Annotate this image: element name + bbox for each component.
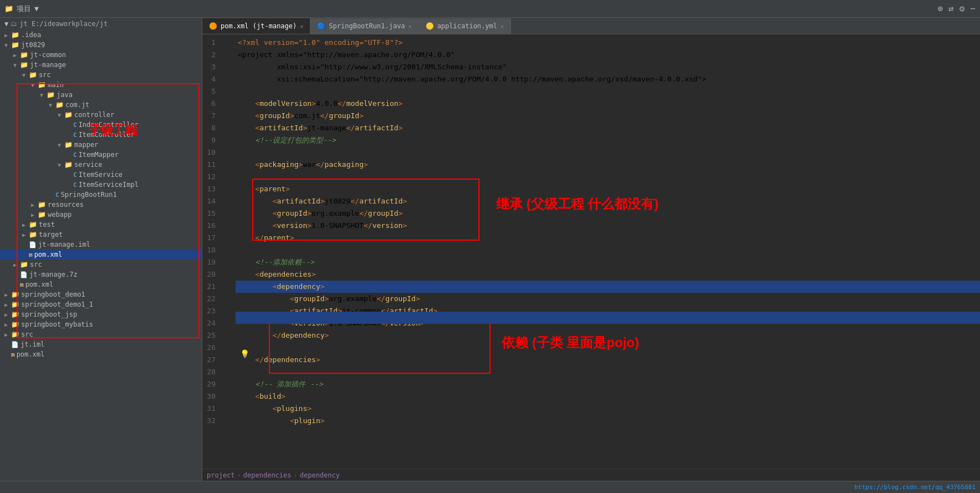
code-line: <!--添加依赖--> — [236, 256, 980, 268]
tab-pom-xml[interactable]: 🟠 pom.xml (jt-manage) ✕ — [202, 18, 310, 34]
line-number: 28 — [202, 366, 220, 378]
tree-item[interactable]: CItemMapper — [0, 150, 202, 160]
tree-item[interactable]: ▶📁resources — [0, 200, 202, 210]
line-number: 5 — [202, 85, 220, 98]
code-line: <dependency> — [236, 281, 980, 293]
tree-item[interactable]: ▶📁webapp — [0, 210, 202, 220]
gutter-line — [224, 95, 236, 108]
tree-item[interactable]: CIndexController — [0, 120, 202, 130]
gutter-line — [224, 230, 236, 242]
toolbar-left: 📁 项目 ▼ — [4, 4, 39, 14]
gutter-line — [224, 144, 236, 156]
status-bar: https://blog.csdn.net/qq_43765881 — [0, 481, 980, 493]
tree-item[interactable]: mpom.xml — [0, 250, 202, 260]
tree-item[interactable]: CItemServiceImpl — [0, 180, 202, 190]
project-icon: 📁 — [4, 4, 13, 13]
tree-item[interactable]: CSpringBootRun1 — [0, 190, 202, 200]
tree-item[interactable]: ▼📁jt0829 — [0, 40, 202, 50]
tree-item[interactable]: ▼📁main — [0, 80, 202, 90]
line-number: 19 — [202, 256, 220, 268]
code-line: <groupId>com.jt</groupId> — [236, 110, 980, 122]
gutter-line — [224, 169, 236, 181]
tree-item[interactable]: ▶📁springboot_demo1_1 — [0, 299, 202, 309]
tree-item[interactable]: ▼📁java — [0, 90, 202, 100]
gutter-line — [224, 47, 236, 59]
line-number: 12 — [202, 171, 220, 183]
code-line: <project xmlns="http://maven.apache.org/… — [236, 49, 980, 61]
line-number: 23 — [202, 305, 220, 317]
editor-content: 1234567891011121314151617181920212223242… — [202, 34, 980, 469]
gutter-line — [224, 364, 236, 376]
tree-item[interactable]: mpom.xml — [0, 349, 202, 359]
settings-icon[interactable]: ⚙ — [959, 3, 965, 14]
line-number: 1 — [202, 37, 220, 49]
gutter-line — [224, 242, 236, 254]
tree-item[interactable]: 📄jt-manage.7z — [0, 270, 202, 279]
tree-item[interactable]: 📄jt-manage.iml — [0, 240, 202, 250]
tree-item[interactable]: ▶📁target — [0, 230, 202, 240]
tree-item[interactable]: ▶📁jt-common — [0, 50, 202, 60]
code-line: <modelVersion>4.0.0</modelVersion> — [236, 98, 980, 110]
line-number: 8 — [202, 122, 220, 134]
line-number: 6 — [202, 98, 220, 110]
breadcrumb: project › dependencies › dependency — [202, 469, 980, 481]
tab-close-springboot[interactable]: ✕ — [409, 23, 412, 29]
code-content[interactable]: <?xml version="1.0" encoding="UTF-8"?><p… — [236, 34, 980, 469]
code-line: xsi:schemaLocation="http://maven.apache.… — [236, 73, 980, 85]
tree-item[interactable]: ▶📁src — [0, 329, 202, 339]
minimize-icon[interactable]: − — [970, 3, 976, 14]
gutter — [224, 34, 236, 469]
code-line: </dependencies> — [236, 354, 980, 366]
file-tree: ▶📁.idea▼📁jt0829▶📁jt-common▼📁jt-manage▼📁s… — [0, 30, 202, 359]
tab-label-springboot: SpringBootRun1.java — [329, 22, 405, 30]
gutter-line — [224, 376, 236, 388]
code-line: </parent> — [236, 232, 980, 244]
gutter-line — [224, 266, 236, 278]
dropdown-arrow: ▼ — [34, 4, 39, 13]
tree-item[interactable]: CItemController — [0, 130, 202, 140]
code-line — [236, 244, 980, 256]
line-number: 26 — [202, 342, 220, 354]
tree-item[interactable]: ▼📁mapper — [0, 140, 202, 150]
sync-icon[interactable]: ⇄ — [948, 3, 954, 14]
line-number: 16 — [202, 220, 220, 232]
tree-item[interactable]: ▼📁com.jt — [0, 100, 202, 110]
tab-yml[interactable]: 🟡 application.yml ✕ — [419, 18, 511, 34]
status-url: https://blog.csdn.net/qq_43765881 — [854, 484, 976, 491]
code-line: <groupId>org.example</groupId> — [236, 293, 980, 305]
tree-item[interactable]: ▼📁src — [0, 70, 202, 80]
toolbar-project-label: 项目 — [17, 4, 31, 14]
tree-item[interactable]: ▶📁springboot_demo1 — [0, 289, 202, 299]
tree-item[interactable]: ▼📁service — [0, 160, 202, 170]
tab-close-pom[interactable]: ✕ — [300, 23, 303, 29]
gutter-line — [224, 181, 236, 193]
line-number: 24 — [202, 317, 220, 329]
add-icon[interactable]: ⊕ — [937, 3, 943, 14]
tab-icon-springboot: 🔵 — [317, 22, 325, 30]
tab-springboot[interactable]: 🔵 SpringBootRun1.java ✕ — [310, 18, 418, 34]
tab-close-yml[interactable]: ✕ — [501, 23, 504, 29]
tree-item[interactable]: ▶📁springboot_jsp — [0, 309, 202, 319]
code-line: <plugins> — [236, 403, 980, 415]
tree-item[interactable]: ▼📁jt-manage — [0, 60, 202, 70]
tree-item[interactable]: ▶📁.idea — [0, 30, 202, 40]
gutter-line — [224, 108, 236, 120]
line-number: 9 — [202, 134, 220, 146]
gutter-line — [224, 34, 236, 47]
line-number: 25 — [202, 329, 220, 342]
line-number: 13 — [202, 183, 220, 195]
tree-item[interactable]: CItemService — [0, 170, 202, 180]
gutter-line — [224, 339, 236, 352]
tree-item[interactable]: 📄jt.iml — [0, 339, 202, 349]
tree-item[interactable]: ▶📁test — [0, 220, 202, 230]
tab-icon-yml: 🟡 — [426, 22, 434, 30]
tree-item[interactable]: ▼📁controller — [0, 110, 202, 120]
code-line: <?xml version="1.0" encoding="UTF-8"?> — [236, 37, 980, 49]
breadcrumb-project: project — [207, 471, 235, 479]
gutter-line — [224, 413, 236, 425]
tree-item[interactable]: mpom.xml — [0, 279, 202, 289]
tree-item[interactable]: ▶📁springboot_mybatis — [0, 319, 202, 329]
gutter-line — [224, 327, 236, 339]
code-line: <!-- 添加插件 --> — [236, 378, 980, 390]
tree-item[interactable]: ▶📁src — [0, 260, 202, 270]
